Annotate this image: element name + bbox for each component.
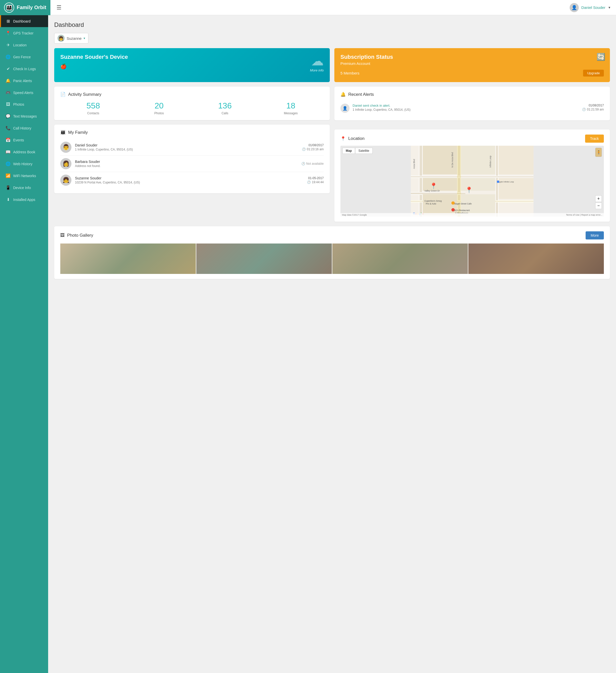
map-tabs: Map Satellite: [342, 148, 373, 154]
activity-title: 📄 Activity Summary: [60, 92, 324, 97]
alert-clock-icon: 🕐: [582, 108, 586, 111]
sidebar-item-panic-alerts[interactable]: 🔔 Panic Alerts: [0, 75, 48, 87]
alert-time-line-1: 🕐 01:21:59 am: [582, 108, 604, 111]
device-selector[interactable]: 👧 Suzanne ▾: [54, 33, 88, 44]
suzanne-address: 10239 N Portal Ave, Cupertino, CA, 95014…: [75, 181, 303, 184]
subscription-card: Subscription Status Premium Account 🔄 5 …: [334, 48, 610, 82]
daniel-name: Daniel Souder: [75, 143, 298, 147]
map-container: Map Satellite: [340, 146, 604, 217]
family-member-suzanne: 👧 Suzanne Souder 10239 N Portal Ave, Cup…: [60, 172, 324, 188]
subscription-bottom: 5 Members Upgrade: [340, 70, 604, 76]
messages-label: Messages: [258, 111, 324, 115]
dashboard-icon: ⊞: [6, 19, 11, 24]
sidebar-item-web-history[interactable]: 🌐 Web History: [0, 158, 48, 170]
sidebar-label-panic: Panic Alerts: [13, 79, 32, 83]
calls-label: Calls: [192, 111, 258, 115]
gallery-more-button[interactable]: More: [586, 231, 604, 239]
sidebar-item-gps-tracker[interactable]: 📍 GPS Tracker: [0, 27, 48, 39]
bell-icon: 🔔: [340, 92, 346, 97]
svg-text:Valley Green Dr: Valley Green Dr: [424, 190, 440, 192]
svg-rect-21: [457, 146, 461, 217]
svg-text:Anza Blvd: Anza Blvd: [413, 159, 415, 169]
alert-link-1[interactable]: Daniel sent check in alert.: [353, 103, 579, 107]
sidebar-label-dashboard: Dashboard: [13, 19, 31, 23]
sidebar-item-dashboard[interactable]: ⊞ Dashboard: [0, 15, 48, 27]
map-person-icon[interactable]: 🧍: [595, 148, 602, 157]
gallery-photo-3[interactable]: [332, 243, 468, 274]
my-family-card: 👨‍👩‍👧 My Family 👨 Daniel Souder 1 Infini…: [54, 125, 330, 193]
sidebar-item-text-messages[interactable]: 💬 Text Messages: [0, 110, 48, 122]
sidebar-item-geo-fence[interactable]: 🌐 Geo Fence: [0, 51, 48, 63]
map-tab-map[interactable]: Map: [342, 148, 355, 154]
gallery-photo-4[interactable]: [468, 243, 604, 274]
svg-rect-20: [499, 146, 534, 174]
middle-row: 📄 Activity Summary 558 Contacts 20 Photo…: [54, 87, 610, 222]
header: 👨‍👩‍👧 Family Orbit ☰ 👤 Daniel Souder ▼: [0, 0, 616, 15]
gallery-photo-2[interactable]: [196, 243, 332, 274]
barbara-name: Barbara Souder: [75, 160, 298, 164]
sidebar-item-check-in-logs[interactable]: ✔ Check In Logs: [0, 63, 48, 75]
location-card: 📍 Location Track Map Satellite: [334, 130, 610, 222]
geo-fence-icon: 🌐: [6, 54, 11, 59]
sidebar-label-gps: GPS Tracker: [13, 31, 33, 35]
alert-address-1: 1 Infinite Loop, Cupertino, CA, 95014, (…: [353, 108, 579, 111]
sidebar-item-wifi-networks[interactable]: 📶 WiFi Networks: [0, 170, 48, 182]
address-book-icon: 📖: [6, 150, 11, 154]
sidebar-item-location[interactable]: ✈ Location: [0, 39, 48, 51]
device-card: Suzanne Souder's Device 🍎 ☁ More info: [54, 48, 330, 82]
map-terms[interactable]: Terms of Use | Report a map error...: [566, 214, 602, 216]
not-available-icon: 🕐: [301, 162, 305, 166]
members-count: 5 Members: [340, 71, 359, 75]
map-tab-satellite[interactable]: Satellite: [355, 148, 373, 154]
installed-apps-icon: ⬇: [6, 197, 11, 202]
sidebar-label-device: Device Info: [13, 186, 31, 190]
page-title: Dashboard: [54, 21, 610, 28]
track-button[interactable]: Track: [585, 135, 604, 143]
daniel-time-val: 01:23:16 am: [307, 148, 324, 151]
wifi-icon: 📶: [6, 173, 11, 178]
location-title: 📍 Location: [340, 136, 364, 142]
user-dropdown-arrow[interactable]: ▼: [608, 6, 611, 9]
activity-stats: 558 Contacts 20 Photos 136 Calls 18: [60, 101, 324, 115]
suzanne-avatar: 👧: [60, 175, 71, 186]
svg-text:N De Anza Blvd: N De Anza Blvd: [451, 152, 453, 168]
user-name: Daniel Souder: [581, 5, 605, 10]
barbara-time: 🕐 Not available: [301, 162, 324, 166]
sidebar-item-address-book[interactable]: 📖 Address Book: [0, 146, 48, 158]
header-right: 👤 Daniel Souder ▼: [570, 3, 611, 12]
gallery-grid: [60, 243, 604, 274]
more-info-link[interactable]: More info: [310, 68, 324, 72]
gallery-title-text: Photo Gallery: [67, 233, 93, 238]
barbara-avatar: 👩: [60, 158, 71, 169]
sidebar-item-speed-alerts[interactable]: 🎮 Speed Alerts: [0, 87, 48, 98]
suzanne-time: 01-05-2017 🕐 19:44:44: [307, 176, 324, 184]
zoom-out-button[interactable]: −: [595, 202, 602, 209]
logo-area[interactable]: 👨‍👩‍👧 Family Orbit: [0, 0, 50, 15]
alert-time-1: 01/08/2017 🕐 01:21:59 am: [582, 103, 604, 111]
sidebar-item-photos[interactable]: 🖼 Photos: [0, 98, 48, 110]
upgrade-button[interactable]: Upgrade: [583, 70, 604, 76]
sidebar-item-events[interactable]: 📅 Events: [0, 134, 48, 146]
speed-icon: 🎮: [6, 90, 11, 95]
zoom-in-button[interactable]: +: [595, 195, 602, 202]
family-title: 👨‍👩‍👧 My Family: [60, 130, 324, 135]
photos-value: 20: [126, 101, 192, 110]
web-history-icon: 🌐: [6, 162, 11, 166]
sidebar-item-call-history[interactable]: 📞 Call History: [0, 122, 48, 134]
activity-summary-card: 📄 Activity Summary 558 Contacts 20 Photo…: [54, 87, 330, 120]
right-col: 🔔 Recent Alerts 👤 Daniel sent check in a…: [334, 87, 610, 222]
terms-text: Terms of Use: [566, 214, 580, 216]
daniel-address: 1 Infinite Loop, Cupertino, CA, 95014, (…: [75, 148, 298, 151]
photos-label: Photos: [126, 111, 192, 115]
logo-icon: 👨‍👩‍👧: [4, 3, 14, 13]
svg-text:Bagel Street Cafe: Bagel Street Cafe: [454, 202, 472, 205]
svg-text:Pro & Auto: Pro & Auto: [426, 202, 436, 205]
svg-rect-10: [411, 176, 534, 177]
gallery-photo-1[interactable]: [60, 243, 196, 274]
sidebar-item-device-info[interactable]: 📱 Device Info: [0, 182, 48, 194]
sidebar-item-installed-apps[interactable]: ⬇ Installed Apps: [0, 194, 48, 206]
text-messages-icon: 💬: [6, 114, 11, 119]
alert-info-1: Daniel sent check in alert. 1 Infinite L…: [353, 103, 579, 111]
hamburger-icon[interactable]: ☰: [56, 4, 61, 11]
refresh-icon[interactable]: 🔄: [597, 53, 605, 61]
